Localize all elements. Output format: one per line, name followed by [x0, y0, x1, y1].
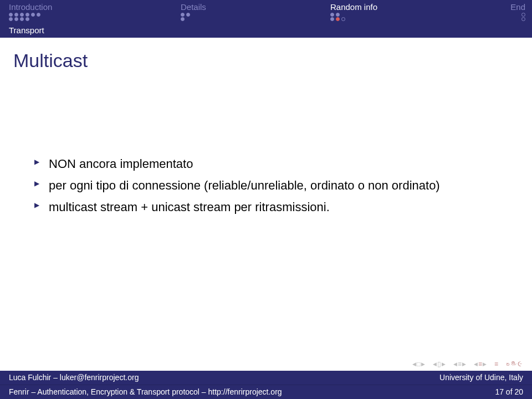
- progress-dots-row: [330, 13, 492, 17]
- progress-dots-row: [9, 13, 181, 17]
- bullet-item: per ogni tipo di connessione (reliable/u…: [34, 176, 510, 195]
- footer-affiliation: University of Udine, Italy: [439, 373, 523, 382]
- nav-label-end: End: [510, 2, 525, 12]
- slide-content: NON ancora implementato per ogni tipo di…: [0, 155, 532, 216]
- nav-current-marker: ≡: [494, 360, 498, 368]
- nav-prev-subsection-button[interactable]: ◀≡▶: [474, 360, 487, 368]
- beamer-nav-icons: ◀□▶ ◀▯▶ ◀≡▶ ◀≡▶ ≡ ↻೩૯: [0, 359, 532, 371]
- progress-dots-row: [521, 17, 525, 21]
- progress-dots-row: [181, 17, 330, 21]
- progress-dots-row: [181, 13, 330, 17]
- footer-author-bar: Luca Fulchir – luker@fenrirproject.org U…: [0, 371, 532, 385]
- footer-talk-title: Fenrir – Authentication, Encryption & Tr…: [9, 387, 282, 396]
- nav-label-introduction: Introduction: [9, 2, 181, 12]
- nav-prev-frame-button[interactable]: ◀▯▶: [433, 360, 446, 368]
- nav-label-details: Details: [181, 2, 330, 12]
- progress-dots-row: [9, 17, 181, 21]
- slide-title: Multicast: [13, 50, 532, 71]
- nav-section-introduction[interactable]: Introduction: [9, 0, 181, 23]
- footer-title-bar: Fenrir – Authentication, Encryption & Tr…: [0, 385, 532, 399]
- bullet-item: NON ancora implementato: [34, 155, 510, 173]
- nav-section-end[interactable]: End: [492, 0, 525, 23]
- footer-author: Luca Fulchir – luker@fenrirproject.org: [9, 373, 139, 382]
- subsection-label: Transport: [9, 25, 44, 35]
- progress-dots-row: [521, 13, 525, 17]
- nav-section-random-info[interactable]: Random info: [330, 0, 492, 23]
- nav-section-details[interactable]: Details: [181, 0, 330, 23]
- bullet-item: multicast stream + unicast stream per ri…: [34, 198, 510, 216]
- nav-loop-icon[interactable]: ↻೩૯: [506, 359, 522, 369]
- subsection-bar: Transport: [0, 23, 532, 38]
- nav-label-random-info: Random info: [330, 2, 492, 12]
- progress-dots-row: [330, 17, 492, 21]
- footer-page-number: 17 of 20: [495, 387, 523, 396]
- nav-prev-section-button[interactable]: ◀≡▶: [453, 360, 466, 368]
- nav-prev-slide-button[interactable]: ◀□▶: [412, 360, 425, 368]
- current-slide-dot: [336, 17, 340, 21]
